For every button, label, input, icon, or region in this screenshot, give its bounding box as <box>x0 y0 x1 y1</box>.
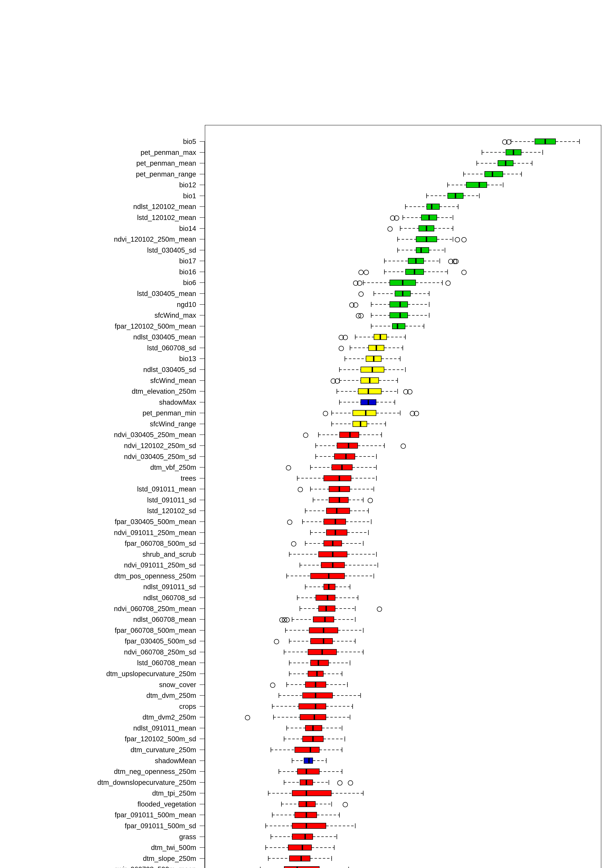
outlier-point <box>453 259 459 264</box>
category-label: ndlst_030405_sd <box>0 366 196 373</box>
category-label: ndvi_120102_250m_mean <box>0 236 196 243</box>
category-label: dtm_dvm_250m <box>0 692 196 699</box>
outlier-point <box>286 465 291 470</box>
category-label: dtm_neg_openness_250m <box>0 768 196 775</box>
outlier-point <box>339 335 344 340</box>
outlier-point <box>270 682 275 688</box>
category-label: pet_penman_mean <box>0 160 196 167</box>
category-label: lstd_120102_sd <box>0 507 196 514</box>
box <box>311 660 329 666</box>
category-label: sfcWind_range <box>0 420 196 428</box>
outlier-point <box>335 378 340 384</box>
category-label: ndlst_120102_mean <box>0 203 196 210</box>
box <box>297 768 320 774</box>
outlier-point <box>364 270 369 275</box>
category-label: pet_penman_max <box>0 149 196 156</box>
box <box>289 856 311 862</box>
box <box>308 671 323 677</box>
box <box>298 703 326 709</box>
outlier-point <box>506 139 511 145</box>
category-label: dtm_tpi_250m <box>0 790 196 797</box>
category-label: fpar_091011_500m_sd <box>0 822 196 829</box>
category-label: trees <box>0 475 196 482</box>
category-label: dtm_downslopecurvature_250m <box>0 779 196 786</box>
outlier-point <box>387 226 393 232</box>
category-label: ngd10 <box>0 301 196 308</box>
category-label: ndlst_091011_sd <box>0 583 196 590</box>
outlier-point <box>337 781 342 785</box>
category-label: swir_060708_500m_mean <box>0 866 196 868</box>
outlier-point <box>348 781 353 785</box>
outlier-point <box>323 411 328 416</box>
box <box>292 790 331 796</box>
outlier-point <box>274 639 279 644</box>
category-label: shrub_and_scrub <box>0 551 196 558</box>
outlier-point <box>291 541 296 546</box>
outlier-point <box>394 215 399 221</box>
category-label: sfcWind_mean <box>0 377 196 384</box>
box <box>337 443 358 449</box>
plot-area <box>205 125 601 868</box>
category-label: crops <box>0 703 196 710</box>
category-label: grass <box>0 833 196 840</box>
category-label: lstd_060708_mean <box>0 659 196 666</box>
outlier-point <box>287 520 292 525</box>
outlier-point <box>298 487 303 492</box>
outlier-point <box>414 411 419 416</box>
category-label: ndvi_091011_250m_mean <box>0 529 196 536</box>
box <box>313 617 334 622</box>
category-label: ndlst_060708_mean <box>0 616 196 623</box>
category-label: fpar_120102_500m_mean <box>0 323 196 330</box>
category-label: ndvi_091011_250m_sd <box>0 562 196 568</box>
category-label: bio1 <box>0 192 196 199</box>
category-label: pet_penman_range <box>0 171 196 178</box>
outlier-point <box>359 292 364 297</box>
category-label: dtm_vbf_250m <box>0 464 196 471</box>
box <box>353 410 376 416</box>
outlier-point <box>356 313 361 318</box>
box <box>315 595 336 601</box>
category-label: bio5 <box>0 138 196 145</box>
category-label: lstd_120102_mean <box>0 214 196 221</box>
outlier-point <box>445 281 451 286</box>
box <box>426 204 440 209</box>
category-label: dtm_upslopecurvature_250m <box>0 670 196 677</box>
box <box>392 323 405 329</box>
category-label: fpar_060708_500m_sd <box>0 540 196 547</box>
box <box>358 388 382 394</box>
category-label: ndlst_030405_mean <box>0 334 196 340</box>
outlier-point <box>357 281 362 286</box>
category-label: dtm_elevation_250m <box>0 388 196 395</box>
box <box>334 453 355 459</box>
outlier-point <box>343 802 348 807</box>
category-label: lstd_091011_mean <box>0 486 196 492</box>
outlier-point <box>455 237 460 242</box>
category-label: bio12 <box>0 181 196 188</box>
category-label: bio17 <box>0 258 196 264</box>
box <box>311 638 333 644</box>
category-label: fpar_030405_500m_sd <box>0 638 196 645</box>
category-label: dtm_dvm2_250m <box>0 713 196 721</box>
box <box>390 301 408 307</box>
chart-container: 0510bio5pet_penman_maxpet_penman_meanpet… <box>0 0 615 868</box>
box <box>311 573 345 579</box>
category-label: fpar_060708_500m_mean <box>0 627 196 634</box>
category-label: bio13 <box>0 355 196 362</box>
category-label: bio16 <box>0 269 196 275</box>
box <box>466 182 487 188</box>
outlier-point <box>403 389 409 394</box>
outlier-point <box>368 498 373 503</box>
category-label: shadowMax <box>0 399 196 406</box>
box <box>484 171 503 177</box>
outlier-point <box>284 617 290 623</box>
category-label: snow_cover <box>0 681 196 688</box>
category-label: bio6 <box>0 279 196 286</box>
box <box>284 866 320 868</box>
box <box>326 529 347 535</box>
outlier-point <box>401 443 406 449</box>
outlier-point <box>303 432 308 438</box>
outlier-point <box>353 303 358 308</box>
box <box>292 823 326 829</box>
category-label: ndvi_060708_250m_mean <box>0 605 196 612</box>
category-label: ndvi_030405_250m_sd <box>0 453 196 460</box>
